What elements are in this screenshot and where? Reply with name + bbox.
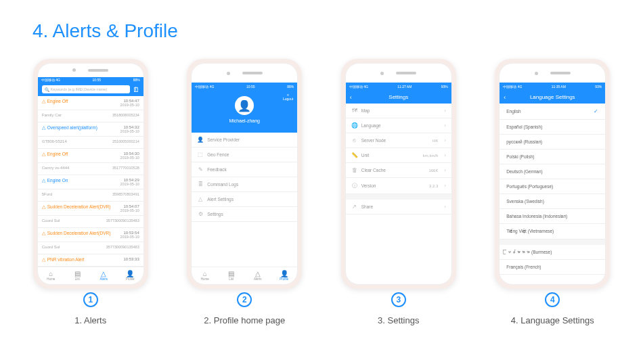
back-icon[interactable]: ‹: [504, 94, 506, 101]
language-row[interactable]: Deutsch (German): [500, 164, 605, 179]
tab-home[interactable]: ⌂Home: [38, 267, 64, 284]
menu-icon: ⚙: [197, 211, 204, 217]
alert-row[interactable]: △Engine Off10:54:302019-05-10: [38, 149, 143, 163]
caption: 2. Profile home page: [204, 315, 285, 325]
menu-icon: 👤: [197, 137, 204, 143]
warning-icon: △: [42, 204, 45, 209]
search-placeholder: Keywords (e.g.IMEI,Device name): [51, 87, 107, 91]
alert-row[interactable]: △Engine Off10:54:472019-05-10: [38, 96, 143, 110]
language-row[interactable]: English✓: [500, 104, 605, 120]
search-bar: 🔍 Keywords (e.g.IMEI,Device name) 🗓: [38, 83, 143, 96]
alert-row[interactable]: △Engine On10:54:292019-05-10: [38, 175, 143, 189]
settings-row[interactable]: 🌐Language›: [346, 118, 451, 133]
language-row[interactable]: Português (Portuguese): [500, 179, 605, 194]
settings-row[interactable]: 🗺Map›: [346, 104, 451, 118]
settings-row[interactable]: 📏Unitkm,km/h›: [346, 148, 451, 163]
tab-label: List: [229, 277, 234, 281]
warning-icon: △: [42, 257, 45, 262]
tab-label: Alerts: [254, 277, 262, 281]
menu-row[interactable]: ≣Command Logs: [192, 177, 297, 192]
language-label: Tiếng Việt (Vietnamese): [506, 229, 554, 234]
alert-row[interactable]: Coord Sul3577300090135483: [38, 242, 143, 254]
menu-row[interactable]: ⚙Settings: [192, 207, 297, 222]
language-row[interactable]: Français (French): [500, 260, 605, 275]
settings-row[interactable]: 🗑Clear Cache166K›: [346, 163, 451, 178]
tab-profile[interactable]: 👤Profile: [117, 267, 143, 284]
alert-row[interactable]: △PNR vibration Alert10:53:33: [38, 254, 143, 267]
tab-label: Home: [47, 277, 55, 281]
menu-row[interactable]: ⬚Geo Fence: [192, 147, 297, 162]
alert-row[interactable]: Coord Sul3577300090135483: [38, 216, 143, 228]
check-icon: ✓: [594, 108, 598, 114]
search-input[interactable]: 🔍 Keywords (e.g.IMEI,Device name): [42, 85, 130, 93]
avatar[interactable]: 👤: [235, 96, 254, 115]
alert-row[interactable]: Family Car3518008005234: [38, 110, 143, 122]
alert-row[interactable]: 5Ford3598570803491: [38, 189, 143, 202]
alert-name: Sudden Deceleration Alert(DVR): [47, 204, 111, 209]
chevron-right-icon: ›: [444, 138, 445, 143]
chevron-right-icon: ›: [444, 183, 445, 188]
tab-list[interactable]: ▤List: [64, 267, 91, 284]
page-title: 4. Alerts & Profile: [0, 0, 643, 42]
menu-label: Alert Settings: [207, 197, 234, 202]
device-name: GT800-55214: [42, 139, 67, 143]
back-icon[interactable]: ‹: [350, 94, 352, 101]
language-label: Deutsch (German): [506, 169, 542, 174]
setting-icon: 📏: [351, 152, 358, 158]
warning-icon: △: [42, 178, 45, 183]
warning-icon: △: [42, 231, 45, 235]
setting-value: km,km/h: [423, 154, 439, 158]
language-row[interactable]: Tiếng Việt (Vietnamese): [500, 224, 605, 240]
menu-icon: ≣: [197, 181, 204, 187]
alert-name: Engine Off: [47, 99, 68, 104]
badge-2: 2: [237, 292, 252, 307]
settings-row[interactable]: ⓘVersion3.2.3›: [346, 178, 451, 194]
status-bar: 中国移动 4G 10:55 88%: [38, 77, 143, 83]
menu-row[interactable]: 👤Service Provider: [192, 133, 297, 147]
language-header: ‹ Language Settings: [500, 91, 605, 104]
alert-row[interactable]: △Sudden Deceleration Alert(DVR)10:54:072…: [38, 202, 143, 216]
home-icon: ⌂: [49, 271, 53, 277]
setting-icon: ⎋: [351, 137, 358, 143]
alert-row[interactable]: △Overspeed alert(platform)10:54:322019-0…: [38, 122, 143, 137]
language-label: Français (French): [506, 265, 541, 269]
alert-name: Engine On: [47, 178, 68, 183]
tab-home[interactable]: ⌂Home: [192, 267, 218, 284]
tab-label: Profile: [126, 277, 135, 281]
logout-button[interactable]: ⎋Logout: [283, 93, 293, 101]
language-row[interactable]: Español (Spanish): [500, 120, 605, 135]
tab-label: Alerts: [99, 277, 108, 281]
menu-label: Settings: [207, 212, 223, 217]
phone-frame: 中国移动 4G11:27 AM93% ‹ Settings 🗺Map›🌐Lang…: [341, 59, 456, 289]
setting-value: HK: [433, 139, 438, 143]
language-label: русский (Russian): [506, 139, 542, 144]
phone-row: 中国移动 4G 10:55 88% 🔍 Keywords (e.g.IMEI,D…: [0, 42, 643, 325]
tab-alerts[interactable]: △Alerts: [244, 267, 271, 284]
language-row[interactable]: မြန်မာဘာသာ (Burmese): [500, 245, 605, 260]
language-row[interactable]: Polski (Polish): [500, 150, 605, 164]
alert-row[interactable]: GT800-552142510005000214: [38, 137, 143, 149]
setting-icon: ⓘ: [351, 182, 358, 189]
menu-label: Service Provider: [207, 137, 240, 142]
settings-row[interactable]: ⎋Server NodeHK›: [346, 133, 451, 148]
language-row[interactable]: Svenska (Swedish): [500, 194, 605, 209]
menu-row[interactable]: ✎Feedback: [192, 162, 297, 177]
username: Michael-zhang: [192, 118, 297, 123]
language-row[interactable]: Bahasa Indonesia (Indonesian): [500, 209, 605, 224]
tab-profile[interactable]: 👤Profile: [271, 267, 297, 284]
settings-row[interactable]: ↗Share›: [346, 200, 451, 214]
caption: 1. Alerts: [74, 315, 106, 325]
alerts-icon: △: [255, 271, 261, 277]
language-row[interactable]: русский (Russian): [500, 135, 605, 150]
tab-alerts[interactable]: △Alerts: [91, 267, 117, 284]
menu-row[interactable]: △Alert Settings: [192, 192, 297, 207]
alerts-icon: △: [101, 271, 106, 277]
language-label: Polski (Polish): [506, 154, 534, 159]
tab-label: Profile: [280, 277, 288, 281]
alert-row[interactable]: △Sudden Deceleration Alert(DVR)10:53:542…: [38, 228, 143, 242]
alert-row[interactable]: Camry vs-44443517770010528: [38, 163, 143, 175]
device-name: 5Ford: [42, 192, 53, 196]
device-name: Coord Sul: [42, 245, 60, 249]
calendar-icon[interactable]: 🗓: [133, 86, 139, 93]
tab-list[interactable]: ▤List: [218, 267, 244, 284]
